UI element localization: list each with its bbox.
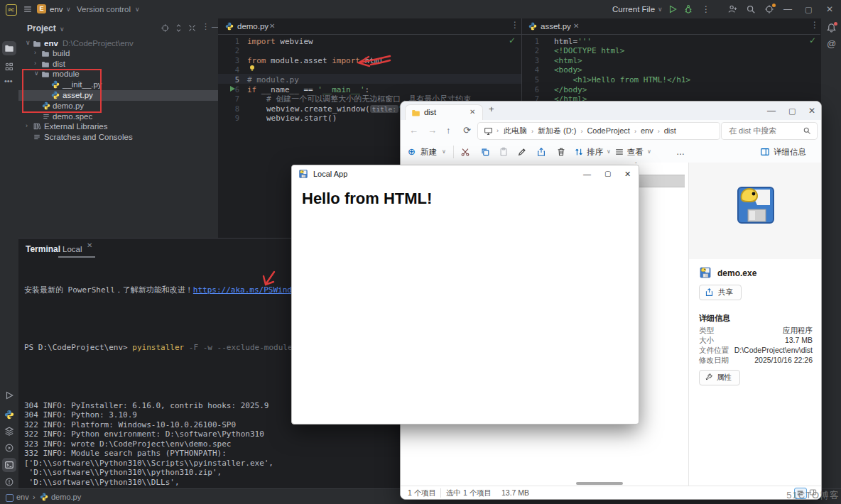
details-pane-icon[interactable]: [760, 147, 770, 157]
tree-item-dist[interactable]: › dist: [18, 59, 218, 70]
ai-assistant-icon[interactable]: @: [827, 38, 836, 49]
tree-item-asset-py[interactable]: asset.py: [18, 90, 218, 101]
explorer-tab-dist[interactable]: dist ✕: [405, 104, 483, 121]
tool-run-console-button[interactable]: [2, 441, 16, 455]
tool-structure-button[interactable]: [2, 60, 16, 74]
close-tab-icon[interactable]: ✕: [573, 18, 579, 34]
more-tools-icon[interactable]: •••: [4, 77, 13, 85]
tree-item-scratches[interactable]: Scratches and Consoles: [18, 132, 218, 143]
chevron-right-icon[interactable]: ›: [34, 60, 36, 67]
chevron-down-icon[interactable]: ∨: [26, 39, 31, 46]
breadcrumb-bar[interactable]: › 此电脑›新加卷 (D:)›CodeProject›env›dist›: [477, 122, 720, 140]
delete-icon[interactable]: [556, 147, 566, 157]
more-actions-icon[interactable]: ⋮: [702, 0, 710, 18]
window-close-icon[interactable]: ✕: [826, 0, 833, 18]
debug-icon[interactable]: [683, 4, 693, 14]
refresh-icon[interactable]: ⟳: [463, 120, 471, 141]
search-everywhere-icon[interactable]: [746, 4, 756, 14]
code-line[interactable]: import webview: [247, 37, 313, 46]
chevron-right-icon[interactable]: ›: [34, 49, 36, 56]
chevron-right-icon[interactable]: ›: [26, 122, 28, 129]
new-button[interactable]: 新建: [420, 141, 437, 163]
vcs-widget[interactable]: Version control: [77, 0, 131, 18]
view-icon[interactable]: [614, 147, 624, 157]
code-line[interactable]: from module.asset import html: [247, 56, 384, 65]
share-button[interactable]: 共享: [699, 285, 742, 300]
inspections-ok-icon[interactable]: ✓: [809, 35, 816, 45]
run-config-selector[interactable]: Current File: [612, 0, 655, 18]
back-icon[interactable]: ←: [409, 120, 418, 141]
project-switcher[interactable]: env: [50, 0, 63, 18]
tab-demo-py[interactable]: demo.py: [237, 18, 268, 34]
code-line[interactable]: <html>: [554, 56, 582, 65]
collapse-all-icon[interactable]: [188, 23, 197, 33]
code-line[interactable]: <body>: [554, 65, 582, 75]
window-close-icon[interactable]: ✕: [624, 165, 631, 182]
search-box[interactable]: [721, 122, 818, 140]
breadcrumb-segment[interactable]: env›: [641, 123, 664, 140]
window-maximize-icon[interactable]: ▢: [788, 102, 796, 120]
terminal-link[interactable]: https://aka.ms/PSWindows: [193, 285, 306, 295]
horizontal-scrollbar[interactable]: [576, 482, 623, 485]
editor-options-icon[interactable]: ⋮: [511, 20, 519, 30]
tree-item-demo-spec[interactable]: demo.spec: [18, 111, 218, 122]
chevron-down-icon[interactable]: ∨: [34, 70, 39, 77]
properties-button[interactable]: 属性: [699, 370, 740, 385]
up-icon[interactable]: ↑: [446, 120, 451, 141]
tool-run-button[interactable]: [2, 388, 16, 402]
run-icon[interactable]: [668, 4, 678, 14]
sort-button[interactable]: 排序: [587, 141, 603, 163]
breadcrumb-segment[interactable]: 新加卷 (D:)›: [538, 123, 587, 140]
main-menu-icon[interactable]: [23, 4, 33, 14]
tool-problems-button[interactable]: [2, 475, 16, 489]
code-line[interactable]: # module.py: [247, 75, 299, 84]
code-line[interactable]: </body>: [554, 85, 587, 94]
breadcrumb-segment[interactable]: 此电脑›: [504, 123, 538, 140]
panel-options-icon[interactable]: ⋮: [202, 22, 210, 31]
details-toggle-button[interactable]: 详细信息: [774, 141, 806, 163]
code-line[interactable]: webview.start(): [266, 114, 337, 123]
more-options-icon[interactable]: …: [676, 141, 685, 163]
run-gutter-icon[interactable]: [230, 86, 235, 92]
status-file[interactable]: demo.py: [51, 489, 81, 504]
new-item-icon[interactable]: ⊕: [408, 141, 416, 163]
code-line[interactable]: html=''': [554, 37, 592, 46]
project-panel-title[interactable]: Project: [27, 23, 56, 33]
tree-item-env[interactable]: ∨ env D:\CodeProject\env: [18, 38, 218, 49]
tab-asset-py[interactable]: asset.py: [541, 18, 571, 34]
view-button[interactable]: 查看: [627, 141, 644, 163]
tree-item-init-py[interactable]: __init__.py: [18, 80, 218, 90]
locate-file-icon[interactable]: [161, 23, 170, 33]
code-line[interactable]: if __name__ == '__main__':: [247, 85, 369, 94]
terminal-panel-title[interactable]: Terminal: [26, 244, 60, 254]
breadcrumb-segment[interactable]: CodeProject›: [587, 123, 641, 140]
share-icon[interactable]: [536, 147, 546, 157]
window-maximize-icon[interactable]: ▢: [805, 0, 812, 18]
window-minimize-icon[interactable]: —: [767, 102, 776, 120]
close-tab-icon[interactable]: ✕: [470, 108, 475, 116]
paste-icon[interactable]: [499, 147, 509, 157]
sort-icon[interactable]: [574, 147, 584, 157]
tree-item-module[interactable]: ∨ module: [18, 69, 218, 80]
window-minimize-icon[interactable]: —: [783, 0, 792, 18]
status-project[interactable]: env: [16, 489, 29, 504]
terminal-tab-local[interactable]: Local: [63, 245, 82, 253]
new-tab-icon[interactable]: +: [489, 104, 494, 114]
forward-icon[interactable]: →: [428, 120, 437, 141]
breadcrumb-segment[interactable]: dist›: [664, 123, 676, 139]
code-line[interactable]: <h1>Hello from HTML!</h1>: [554, 75, 690, 84]
expand-all-icon[interactable]: [174, 23, 183, 33]
search-input[interactable]: [727, 126, 801, 136]
window-maximize-icon[interactable]: ▢: [604, 165, 611, 182]
rename-icon[interactable]: [517, 147, 527, 157]
close-tab-icon[interactable]: ✕: [269, 18, 275, 34]
tool-services-button[interactable]: [2, 424, 16, 438]
cut-icon[interactable]: [460, 147, 470, 157]
tool-terminal-button[interactable]: [2, 458, 16, 472]
tree-item-external-libraries[interactable]: › External Libraries: [18, 121, 218, 132]
window-close-icon[interactable]: ✕: [808, 102, 815, 120]
tool-project-button[interactable]: [2, 41, 16, 55]
tree-item-build[interactable]: › build: [18, 48, 218, 59]
tool-python-packages-button[interactable]: [2, 407, 16, 422]
code-line[interactable]: <!DOCTYPE html>: [554, 46, 624, 55]
